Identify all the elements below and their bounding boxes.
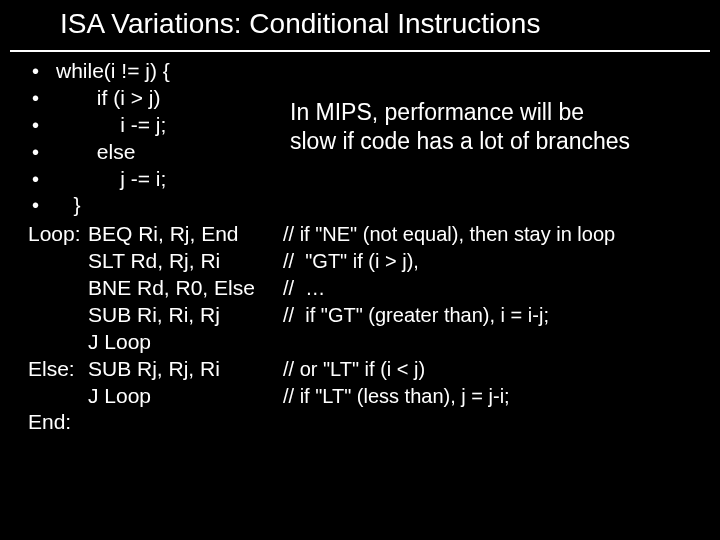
- bullet-icon: •: [28, 86, 56, 112]
- slide-title: ISA Variations: Conditional Instructions: [60, 8, 680, 40]
- bullet-row: • while(i != j) {: [28, 58, 720, 85]
- bullet-text: else: [56, 139, 135, 166]
- asm-comment: // if "GT" (greater than), i = i-j;: [283, 303, 549, 329]
- performance-callout: In MIPS, performance will be slow if cod…: [290, 98, 710, 156]
- bullet-row: • }: [28, 192, 720, 219]
- asm-instruction: J Loop: [88, 329, 283, 356]
- callout-line: slow if code has a lot of branches: [290, 127, 710, 156]
- asm-row: Else: SUB Rj, Rj, Ri // or "LT" if (i < …: [28, 356, 720, 383]
- asm-label: End:: [28, 409, 88, 436]
- asm-label: Loop:: [28, 221, 88, 248]
- asm-instruction: SLT Rd, Rj, Ri: [88, 248, 283, 275]
- asm-row: SLT Rd, Rj, Ri // "GT" if (i > j),: [28, 248, 720, 275]
- bullet-text: }: [56, 192, 81, 219]
- asm-instruction: BEQ Ri, Rj, End: [88, 221, 283, 248]
- bullet-icon: •: [28, 167, 56, 193]
- asm-row: Loop: BEQ Ri, Rj, End // if "NE" (not eq…: [28, 221, 720, 248]
- asm-instruction: SUB Rj, Rj, Ri: [88, 356, 283, 383]
- title-area: ISA Variations: Conditional Instructions: [0, 0, 720, 46]
- asm-instruction: SUB Ri, Ri, Rj: [88, 302, 283, 329]
- asm-comment: // …: [283, 276, 325, 302]
- asm-comment: // "GT" if (i > j),: [283, 249, 419, 275]
- asm-row: J Loop // if "LT" (less than), j = j-i;: [28, 383, 720, 410]
- asm-row: End:: [28, 409, 720, 436]
- bullet-text: if (i > j): [56, 85, 160, 112]
- asm-row: J Loop: [28, 329, 720, 356]
- asm-row: BNE Rd, R0, Else // …: [28, 275, 720, 302]
- bullet-row: • j -= i;: [28, 166, 720, 193]
- assembly-block: Loop: BEQ Ri, Rj, End // if "NE" (not eq…: [28, 221, 720, 436]
- bullet-text: i -= j;: [56, 112, 166, 139]
- bullet-text: j -= i;: [56, 166, 166, 193]
- bullet-icon: •: [28, 193, 56, 219]
- bullet-icon: •: [28, 59, 56, 85]
- bullet-icon: •: [28, 113, 56, 139]
- asm-instruction: BNE Rd, R0, Else: [88, 275, 283, 302]
- slide-content: • while(i != j) { • if (i > j) • i -= j;…: [0, 52, 720, 436]
- asm-label: Else:: [28, 356, 88, 383]
- asm-comment: // or "LT" if (i < j): [283, 357, 425, 383]
- bullet-text: while(i != j) {: [56, 58, 170, 85]
- asm-comment: // if "NE" (not equal), then stay in loo…: [283, 222, 615, 248]
- callout-line: In MIPS, performance will be: [290, 98, 710, 127]
- asm-instruction: J Loop: [88, 383, 283, 410]
- asm-comment: // if "LT" (less than), j = j-i;: [283, 384, 510, 410]
- asm-row: SUB Ri, Ri, Rj // if "GT" (greater than)…: [28, 302, 720, 329]
- bullet-icon: •: [28, 140, 56, 166]
